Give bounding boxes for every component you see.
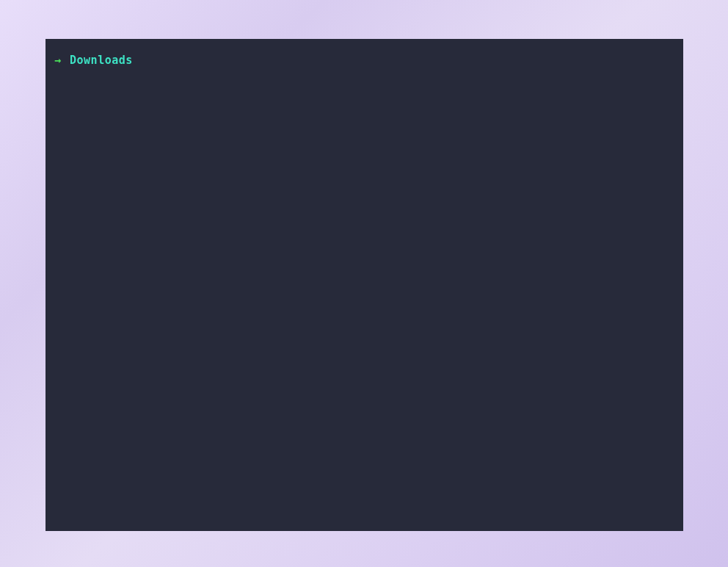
current-directory: Downloads bbox=[70, 52, 133, 69]
terminal-window[interactable]: → Downloads bbox=[46, 39, 683, 531]
prompt-arrow-icon: → bbox=[54, 52, 61, 69]
prompt-line: → Downloads bbox=[54, 52, 674, 69]
